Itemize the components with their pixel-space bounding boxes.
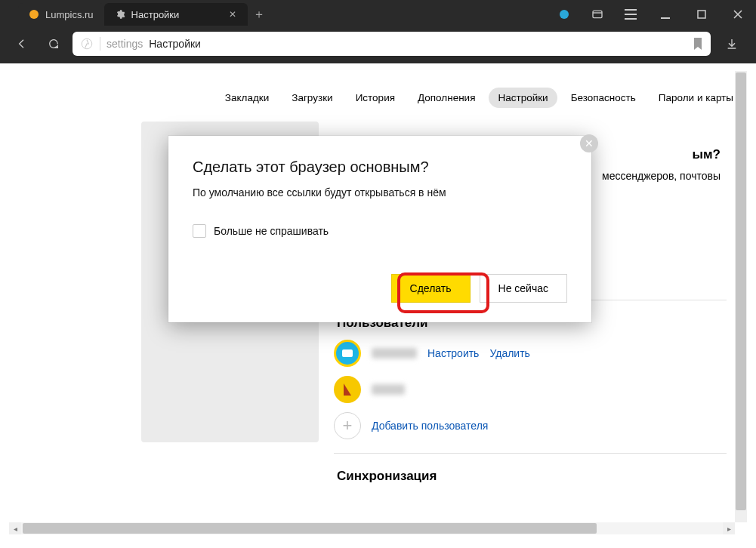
nav-passwords[interactable]: Пароли и карты	[650, 88, 742, 108]
vertical-scrollbar[interactable]	[735, 71, 747, 522]
nav-addons[interactable]: Дополнения	[409, 88, 484, 108]
user-remove-link[interactable]: Удалить	[489, 347, 529, 359]
user-row-1: Настроить Удалить	[334, 340, 747, 367]
address-toolbar: settings Настройки	[0, 29, 756, 63]
user-name-blur	[372, 348, 417, 359]
menu-icon[interactable]	[614, 0, 647, 29]
lumpics-favicon-icon	[29, 9, 39, 20]
nav-settings[interactable]: Настройки	[489, 88, 557, 108]
vertical-scroll-thumb[interactable]	[736, 72, 746, 510]
svg-rect-5	[625, 18, 637, 20]
minimize-button[interactable]	[647, 0, 683, 29]
nav-bookmarks[interactable]: Закладки	[216, 88, 278, 108]
user-avatar-1-icon[interactable]	[334, 340, 361, 367]
settings-topnav: Закладки Загрузки История Дополнения Нас…	[9, 71, 747, 122]
tab-settings[interactable]: Настройки ✕	[104, 3, 248, 26]
bookmark-icon[interactable]	[693, 38, 703, 50]
add-user-label: Добавить пользователя	[372, 420, 488, 432]
checkbox-label: Больше не спрашивать	[214, 225, 329, 237]
modal-title: Сделать этот браузер основным?	[193, 159, 567, 176]
nav-security[interactable]: Безопасность	[562, 88, 645, 108]
maximize-button[interactable]	[683, 0, 720, 29]
default-browser-modal: Сделать этот браузер основным? По умолча…	[168, 136, 591, 322]
svg-rect-4	[625, 14, 637, 15]
sync-title: Синхронизация	[337, 469, 747, 484]
add-user-row[interactable]: + Добавить пользователя	[334, 412, 747, 439]
browser-chrome: Lumpics.ru Настройки ✕ ＋	[0, 0, 756, 63]
separator	[100, 37, 100, 51]
tab-label: Настройки	[131, 9, 180, 20]
not-now-button[interactable]: Не сейчас	[480, 274, 567, 303]
add-user-icon[interactable]: +	[334, 412, 361, 439]
nav-history[interactable]: История	[347, 88, 404, 108]
tab-label: Lumpics.ru	[45, 9, 94, 20]
svg-rect-3	[625, 9, 637, 11]
horizontal-scrollbar[interactable]: ◂ ▸	[9, 522, 735, 534]
back-button[interactable]	[9, 29, 35, 58]
svg-point-1	[560, 10, 569, 19]
nav-downloads[interactable]: Загрузки	[282, 88, 341, 108]
modal-subtitle: По умолчанию все ссылки будут открыватьс…	[193, 186, 567, 199]
gear-icon	[115, 9, 125, 20]
close-tab-icon[interactable]: ✕	[228, 10, 237, 19]
tableau-icon[interactable]	[581, 0, 614, 29]
user-configure-link[interactable]: Настроить	[427, 347, 479, 359]
user-name-blur	[372, 384, 405, 395]
svg-rect-6	[661, 17, 670, 19]
close-window-button[interactable]	[720, 0, 756, 29]
horizontal-scroll-thumb[interactable]	[23, 523, 597, 534]
svg-rect-2	[593, 11, 602, 17]
svg-rect-7	[698, 11, 705, 18]
modal-close-icon[interactable]: ✕	[580, 134, 598, 152]
user-row-2	[334, 376, 747, 403]
checkbox-box-icon[interactable]	[193, 224, 206, 238]
downloads-button[interactable]	[717, 29, 747, 58]
scroll-right-icon[interactable]: ▸	[723, 522, 735, 534]
user-avatar-2-icon[interactable]	[334, 376, 361, 403]
address-text: Настройки	[149, 38, 201, 50]
tab-strip: Lumpics.ru Настройки ✕ ＋	[0, 0, 756, 29]
scroll-left-icon[interactable]: ◂	[9, 522, 21, 534]
section-divider	[334, 453, 727, 454]
svg-point-0	[29, 10, 39, 19]
yandex-logo-icon	[80, 37, 94, 51]
extension-icon[interactable]	[548, 0, 581, 29]
dont-ask-checkbox[interactable]: Больше не спрашивать	[193, 224, 567, 238]
address-bar[interactable]: settings Настройки	[73, 32, 711, 56]
tab-lumpics[interactable]: Lumpics.ru	[18, 3, 104, 26]
modal-button-row: Сделать Не сейчас	[193, 274, 567, 303]
reload-button[interactable]	[41, 29, 66, 58]
window-controls	[548, 0, 756, 29]
address-prefix: settings	[106, 38, 143, 50]
new-tab-button[interactable]: ＋	[248, 3, 270, 26]
make-default-button[interactable]: Сделать	[391, 274, 471, 303]
